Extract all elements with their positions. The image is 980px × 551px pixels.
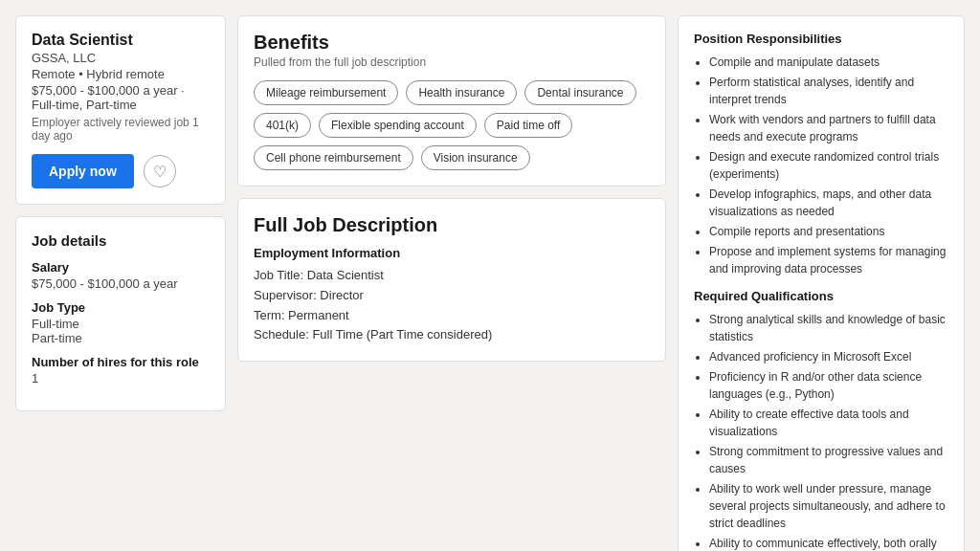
responsibility-item: Compile reports and presentations — [709, 223, 948, 240]
benefits-card: Benefits Pulled from the full job descri… — [237, 15, 666, 187]
qualification-item: Strong commitment to progressive values … — [709, 443, 948, 477]
job-type-values: Full-time Part-time — [32, 317, 210, 345]
responsibilities-list: Compile and manipulate datasetsPerform s… — [694, 54, 948, 277]
benefits-title: Benefits — [254, 32, 650, 54]
responsibility-item: Perform statistical analyses, identify a… — [709, 74, 948, 108]
qualification-item: Ability to communicate effectively, both… — [709, 535, 948, 551]
qualification-item: Strong analytical skills and knowledge o… — [709, 311, 948, 345]
qualification-item: Advanced proficiency in Microsoft Excel — [709, 348, 948, 365]
emp-info-line: Term: Permanent — [254, 306, 650, 326]
responsibility-item: Develop infographics, maps, and other da… — [709, 186, 948, 220]
job-details-title: Job details — [32, 232, 210, 249]
responsibility-item: Compile and manipulate datasets — [709, 54, 948, 71]
full-desc-title: Full Job Description — [254, 214, 650, 236]
benefit-tag: Vision insurance — [421, 145, 530, 170]
job-details-card: Job details Salary $75,000 - $100,000 a … — [15, 216, 226, 411]
job-type-label: Job Type — [32, 300, 210, 315]
salary-label: Salary — [32, 260, 210, 275]
middle-panel: Benefits Pulled from the full job descri… — [237, 15, 666, 551]
job-header-card: Data Scientist GSSA, LLC Remote • Hybrid… — [15, 15, 226, 205]
hires-label: Number of hires for this role — [32, 355, 210, 369]
emp-info-title: Employment Information — [254, 246, 650, 260]
responsibilities-title: Position Responsibilities — [694, 32, 948, 46]
hires-value: 1 — [32, 371, 210, 386]
benefit-tag: Mileage reimbursement — [254, 80, 398, 105]
job-location: Remote • Hybrid remote — [32, 67, 210, 81]
benefits-subtitle: Pulled from the full job description — [254, 55, 650, 69]
reviewed-text: Employer actively reviewed job 1 day ago — [32, 116, 210, 143]
job-type-parttime: Part-time — [32, 331, 210, 345]
benefit-tag: 401(k) — [254, 113, 311, 138]
save-button[interactable]: ♡ — [144, 155, 176, 187]
responsibility-item: Design and execute randomized control tr… — [709, 148, 948, 183]
company-name: GSSA, LLC — [32, 51, 210, 65]
salary-type: $75,000 - $100,000 a year · Full-time, P… — [32, 83, 210, 112]
benefit-tag: Paid time off — [484, 113, 572, 138]
emp-info-line: Schedule: Full Time (Part Time considere… — [254, 325, 650, 345]
responsibility-item: Propose and implement systems for managi… — [709, 243, 948, 277]
left-panel: Data Scientist GSSA, LLC Remote • Hybrid… — [15, 15, 226, 551]
full-desc-card: Full Job Description Employment Informat… — [237, 198, 666, 362]
qualification-item: Proficiency in R and/or other data scien… — [709, 368, 948, 403]
emp-info-lines: Job Title: Data ScientistSupervisor: Dir… — [254, 266, 650, 345]
benefits-tags: Mileage reimbursementHealth insuranceDen… — [254, 80, 650, 170]
apply-button[interactable]: Apply now — [32, 154, 134, 188]
benefit-tag: Health insurance — [406, 80, 517, 105]
emp-info-line: Job Title: Data Scientist — [254, 266, 650, 286]
job-type-fulltime: Full-time — [32, 317, 210, 331]
benefit-tag: Dental insurance — [524, 80, 635, 105]
qualification-item: Ability to work well under pressure, man… — [709, 480, 948, 532]
job-title: Data Scientist — [32, 32, 210, 49]
heart-icon: ♡ — [153, 163, 167, 181]
apply-row: Apply now ♡ — [32, 154, 210, 188]
qualification-item: Ability to create effective data tools a… — [709, 406, 948, 440]
responsibility-item: Work with vendors and partners to fulfil… — [709, 111, 948, 145]
emp-info-line: Supervisor: Director — [254, 286, 650, 306]
qualifications-title: Required Qualifications — [694, 289, 948, 303]
right-panel: Position Responsibilities Compile and ma… — [678, 15, 965, 551]
benefit-tag: Cell phone reimbursement — [254, 145, 413, 170]
qualifications-list: Strong analytical skills and knowledge o… — [694, 311, 948, 551]
salary-value: $75,000 - $100,000 a year — [32, 276, 210, 291]
benefit-tag: Flexible spending account — [319, 113, 477, 138]
responsibilities-card: Position Responsibilities Compile and ma… — [678, 15, 965, 551]
